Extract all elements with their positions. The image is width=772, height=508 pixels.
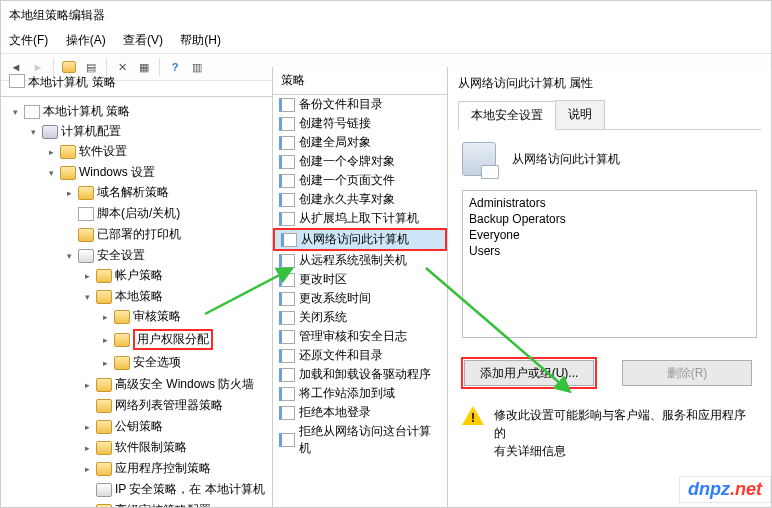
policy-icon — [279, 193, 295, 207]
policy-item[interactable]: 加载和卸载设备驱动程序 — [273, 365, 447, 384]
policy-icon — [281, 233, 297, 247]
member-item[interactable]: Administrators — [469, 195, 750, 211]
tree-adv-audit[interactable]: ▸高级审核策略配置 — [79, 501, 272, 507]
member-item[interactable]: Backup Operators — [469, 211, 750, 227]
tree-local-policies[interactable]: ▾本地策略 — [79, 287, 272, 306]
tree-public-key[interactable]: ▸公钥策略 — [79, 417, 272, 436]
tree-header: 本地计算机 策略 — [1, 67, 272, 97]
policy-item[interactable]: 更改时区 — [273, 270, 447, 289]
tree-computer-config[interactable]: ▾ 计算机配置 — [25, 122, 272, 141]
policy-item[interactable]: 拒绝本地登录 — [273, 403, 447, 422]
member-item[interactable]: Users — [469, 243, 750, 259]
policy-icon — [279, 292, 295, 306]
tree-adv-firewall[interactable]: ▸高级安全 Windows 防火墙 — [79, 375, 272, 394]
policy-item[interactable]: 创建一个令牌对象 — [273, 152, 447, 171]
policy-item[interactable]: 备份文件和目录 — [273, 95, 447, 114]
tree-account-policies[interactable]: ▸帐户策略 — [79, 266, 272, 285]
policy-icon — [279, 254, 295, 268]
policy-label: 创建永久共享对象 — [299, 191, 395, 208]
policy-icon — [279, 368, 295, 382]
policy-item[interactable]: 管理审核和安全日志 — [273, 327, 447, 346]
tree-app-control[interactable]: ▸应用程序控制策略 — [79, 459, 272, 478]
policy-label: 拒绝本地登录 — [299, 404, 371, 421]
remove-button[interactable]: 删除(R) — [622, 360, 752, 386]
policy-label: 关闭系统 — [299, 309, 347, 326]
server-icon — [462, 142, 496, 176]
policy-item[interactable]: 从远程系统强制关机 — [273, 251, 447, 270]
member-item[interactable]: Everyone — [469, 227, 750, 243]
menubar: 文件(F) 操作(A) 查看(V) 帮助(H) — [1, 28, 771, 53]
tree-root[interactable]: ▾ 本地计算机 策略 — [7, 102, 272, 121]
policy-label: 还原文件和目录 — [299, 347, 383, 364]
tree-software-settings[interactable]: ▸软件设置 — [43, 142, 272, 161]
policy-item[interactable]: 创建永久共享对象 — [273, 190, 447, 209]
policy-label: 创建符号链接 — [299, 115, 371, 132]
policy-icon — [279, 174, 295, 188]
policy-label: 管理审核和安全日志 — [299, 328, 407, 345]
watermark: dnpz.net — [679, 476, 771, 503]
tree-software-restrict[interactable]: ▸软件限制策略 — [79, 438, 272, 457]
policy-list[interactable]: 备份文件和目录创建符号链接创建全局对象创建一个令牌对象创建一个页面文件创建永久共… — [273, 95, 447, 458]
tree-security-options[interactable]: ▸安全选项 — [97, 353, 272, 372]
policy-label: 从远程系统强制关机 — [299, 252, 407, 269]
tree-audit-policy[interactable]: ▸审核策略 — [97, 307, 272, 326]
tree-ipsec[interactable]: ▸IP 安全策略，在 本地计算机 — [79, 480, 272, 499]
policy-item[interactable]: 拒绝从网络访问这台计算机 — [273, 422, 447, 458]
add-user-group-button[interactable]: 添加用户或组(U)... — [464, 360, 594, 386]
properties-pane: 从网络访问此计算机 属性 本地安全设置 说明 从网络访问此计算机 Adminis… — [448, 67, 771, 507]
policy-item[interactable]: 创建全局对象 — [273, 133, 447, 152]
policy-item[interactable]: 将工作站添加到域 — [273, 384, 447, 403]
policy-icon — [279, 311, 295, 325]
warning-icon — [462, 406, 484, 426]
policy-icon — [279, 155, 295, 169]
tab-explain[interactable]: 说明 — [555, 100, 605, 129]
tree-scripts[interactable]: ▸脚本(启动/关机) — [61, 204, 272, 223]
policy-item[interactable]: 还原文件和目录 — [273, 346, 447, 365]
tree-pane: 本地计算机 策略 ▾ 本地计算机 策略 ▾ 计算机配置 — [1, 67, 273, 507]
tree-user-rights[interactable]: ▸用户权限分配 — [97, 328, 272, 351]
policy-icon — [279, 406, 295, 420]
policy-label: 备份文件和目录 — [299, 96, 383, 113]
policy-label: 创建一个令牌对象 — [299, 153, 395, 170]
tree-deployed-printers[interactable]: ▸已部署的打印机 — [61, 225, 272, 244]
tree-windows-settings[interactable]: ▾Windows 设置 — [43, 163, 272, 182]
policy-list-header-row: 策略 — [273, 67, 447, 95]
tab-local-security[interactable]: 本地安全设置 — [458, 101, 556, 130]
policy-item[interactable]: 创建一个页面文件 — [273, 171, 447, 190]
policy-label: 从扩展坞上取下计算机 — [299, 210, 419, 227]
policy-item[interactable]: 从扩展坞上取下计算机 — [273, 209, 447, 228]
policy-label: 更改系统时间 — [299, 290, 371, 307]
menu-help[interactable]: 帮助(H) — [176, 30, 231, 51]
properties-title: 从网络访问此计算机 属性 — [448, 67, 771, 100]
policy-icon — [279, 117, 295, 131]
policy-icon — [279, 98, 295, 112]
policy-icon — [279, 387, 295, 401]
menu-file[interactable]: 文件(F) — [5, 30, 58, 51]
menu-view[interactable]: 查看(V) — [119, 30, 173, 51]
policy-item[interactable]: 关闭系统 — [273, 308, 447, 327]
properties-tabs: 本地安全设置 说明 — [458, 100, 761, 130]
policy-label: 从网络访问此计算机 — [301, 231, 409, 248]
policy-icon — [279, 349, 295, 363]
window-title: 本地组策略编辑器 — [1, 1, 771, 28]
policy-icon — [279, 136, 295, 150]
policy-list-header[interactable]: 策略 — [281, 73, 305, 87]
tree-network-list[interactable]: ▸网络列表管理器策略 — [79, 396, 272, 415]
policy-label: 更改时区 — [299, 271, 347, 288]
policy-label: 加载和卸载设备驱动程序 — [299, 366, 431, 383]
policy-label: 拒绝从网络访问这台计算机 — [299, 423, 441, 457]
members-listbox[interactable]: AdministratorsBackup OperatorsEveryoneUs… — [462, 190, 757, 338]
policy-item[interactable]: 从网络访问此计算机 — [273, 228, 447, 251]
policy-label: 将工作站添加到域 — [299, 385, 395, 402]
policy-item[interactable]: 更改系统时间 — [273, 289, 447, 308]
tree-security-settings[interactable]: ▾安全设置 — [61, 246, 272, 265]
menu-action[interactable]: 操作(A) — [62, 30, 116, 51]
tree-name-resolution[interactable]: ▸域名解析策略 — [61, 183, 272, 202]
properties-heading: 从网络访问此计算机 — [512, 151, 620, 168]
warning-text: 修改此设置可能影响与客户端、服务和应用程序的 有关详细信息 — [494, 406, 757, 460]
policy-label: 创建一个页面文件 — [299, 172, 395, 189]
policy-item[interactable]: 创建符号链接 — [273, 114, 447, 133]
policy-icon — [279, 212, 295, 226]
policy-icon — [279, 433, 295, 447]
policy-label: 创建全局对象 — [299, 134, 371, 151]
